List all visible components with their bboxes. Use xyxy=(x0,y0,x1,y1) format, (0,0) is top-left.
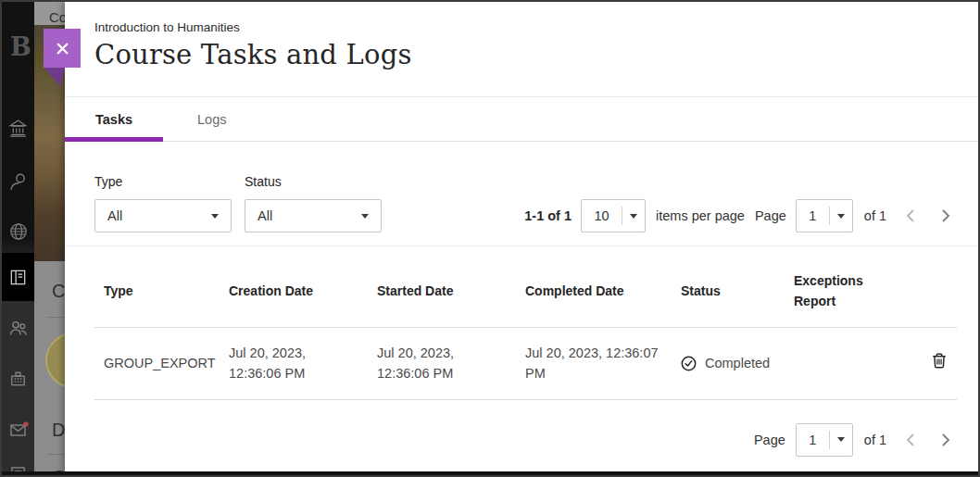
course-name: Introduction to Humanities xyxy=(94,20,949,34)
backdrop-text-d: D xyxy=(52,420,65,441)
app-window: B xyxy=(0,0,980,477)
column-header-completed-date: Completed Date xyxy=(525,283,673,298)
modal-header: Introduction to Humanities Course Tasks … xyxy=(65,2,978,97)
next-page-button[interactable] xyxy=(933,202,957,230)
cell-started-date: Jul 20, 2023, 12:36:06 PM xyxy=(377,343,525,384)
chevron-down-icon xyxy=(630,214,637,219)
column-header-creation-date: Creation Date xyxy=(229,283,377,298)
cell-status: Completed xyxy=(673,353,789,373)
delete-task-button[interactable] xyxy=(931,352,948,372)
notification-dot xyxy=(23,421,28,426)
page-label: Page xyxy=(754,433,785,447)
chevron-down-icon xyxy=(837,437,845,442)
page-size-value: 10 xyxy=(582,208,622,223)
type-filter-group: Type All xyxy=(94,174,232,232)
institution-icon[interactable] xyxy=(2,118,34,139)
column-header-type: Type xyxy=(94,283,229,298)
column-header-started-date: Started Date xyxy=(377,283,525,298)
page-number-select[interactable]: 1 xyxy=(796,199,853,232)
tab-logs[interactable]: Logs xyxy=(197,112,226,127)
page-total-label: of 1 xyxy=(864,208,886,223)
type-filter-select[interactable]: All xyxy=(94,199,232,232)
table-row: GROUP_EXPORT Jul 20, 2023, 12:36:06 PM J… xyxy=(94,328,957,400)
profile-icon[interactable] xyxy=(2,170,34,193)
cell-completed-date: Jul 20, 2023, 12:36:07 PM xyxy=(525,343,673,384)
tasks-panel: Type All Status All xyxy=(65,174,978,457)
chevron-left-icon xyxy=(904,207,919,224)
page-number-select-bottom[interactable]: 1 xyxy=(796,423,853,457)
cell-type: GROUP_EXPORT xyxy=(94,353,229,373)
previous-page-button[interactable] xyxy=(899,202,923,230)
window-bottom-edge xyxy=(2,471,978,475)
cell-creation-date: Jul 20, 2023, 12:36:06 PM xyxy=(229,343,377,384)
chevron-right-icon xyxy=(937,432,952,448)
result-range: 1-1 of 1 xyxy=(524,208,572,223)
page-number-value: 1 xyxy=(797,208,829,223)
chevron-left-icon xyxy=(904,432,919,448)
column-header-exceptions-report: Exceptions Report xyxy=(789,270,891,312)
trash-icon xyxy=(931,352,948,370)
chevron-right-icon xyxy=(937,207,952,224)
tab-bar: Tasks Logs xyxy=(65,97,978,142)
backdrop-divider xyxy=(47,454,65,455)
blackboard-logo[interactable]: B xyxy=(10,32,31,61)
bottom-pagination: Page 1 of 1 xyxy=(94,423,957,457)
status-text: Completed xyxy=(705,353,770,373)
messages-icon[interactable] xyxy=(2,419,34,441)
items-per-page-label: items per page xyxy=(656,208,745,223)
backdrop-body: C D C xyxy=(34,261,65,475)
backdrop-text-c: C xyxy=(52,281,65,302)
course-content-icon[interactable] xyxy=(2,267,34,288)
page-total-label: of 1 xyxy=(864,433,886,447)
globe-icon[interactable] xyxy=(2,220,34,243)
cell-actions xyxy=(900,352,957,375)
backdrop-header: Co xyxy=(34,2,65,25)
page-size-select[interactable]: 10 xyxy=(581,199,646,232)
active-tab-underline xyxy=(65,137,163,142)
column-header-status: Status xyxy=(673,283,789,298)
chevron-down-icon xyxy=(361,214,369,219)
type-filter-label: Type xyxy=(94,174,232,189)
type-filter-value: All xyxy=(107,208,122,223)
page-title: Course Tasks and Logs xyxy=(94,39,949,70)
completed-check-icon xyxy=(681,356,697,371)
next-page-button-bottom[interactable] xyxy=(933,426,957,454)
groups-icon[interactable] xyxy=(2,317,34,339)
backdrop-text-top: Co xyxy=(49,9,65,25)
status-filter-value: All xyxy=(258,208,272,223)
status-filter-group: Status All xyxy=(245,174,382,232)
top-pagination: 1-1 of 1 10 items per page Page 1 of 1 xyxy=(524,199,957,232)
close-icon xyxy=(54,40,71,57)
status-filter-label: Status xyxy=(245,174,382,189)
status-filter-select[interactable]: All xyxy=(245,199,382,232)
close-button[interactable] xyxy=(44,29,81,68)
tab-tasks[interactable]: Tasks xyxy=(95,112,132,127)
page-number-value: 1 xyxy=(797,433,829,447)
chevron-down-icon xyxy=(211,214,219,219)
table-header-row: Type Creation Date Started Date Complete… xyxy=(94,246,957,328)
course-tasks-modal: Introduction to Humanities Course Tasks … xyxy=(65,2,978,475)
avatar xyxy=(45,333,65,388)
base-nav-sidebar: B xyxy=(2,2,34,475)
previous-page-button-bottom[interactable] xyxy=(899,426,923,454)
organizations-icon[interactable] xyxy=(2,368,34,389)
chevron-down-icon xyxy=(837,214,845,219)
backdrop-divider xyxy=(47,317,65,318)
tasks-table: Type Creation Date Started Date Complete… xyxy=(94,246,957,400)
page-label: Page xyxy=(755,208,786,223)
